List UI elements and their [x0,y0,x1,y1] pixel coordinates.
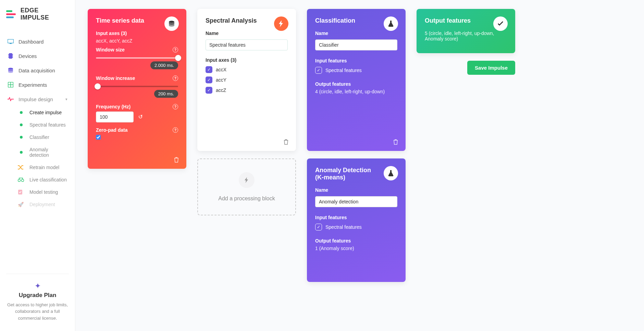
checkbox-icon[interactable]: ✓ [206,87,212,94]
brand-text: EDGE IMPULSE [21,7,69,21]
sub-item-retrain-model[interactable]: Retrain model [0,161,75,174]
dot-icon [20,123,23,126]
sparkle-icon: ✦ [6,282,69,291]
sub-label: Create impulse [29,110,62,115]
dot-icon [20,136,23,139]
sidebar-label: Dashboard [18,39,44,45]
brand-icon [6,10,17,18]
sub-item-anomaly-detection[interactable]: Anomaly detection [0,143,75,161]
sidebar-label: Experiments [18,82,47,88]
sub-label: Retrain model [29,165,59,170]
divider [6,274,69,274]
help-icon[interactable]: ? [173,104,178,109]
sub-item-create-impulse[interactable]: Create impulse [0,106,75,119]
svg-rect-3 [8,54,9,55]
window-size-slider[interactable] [96,57,178,59]
classifier-name-input[interactable] [315,39,397,50]
input-axes-value: accX, accY, accZ [96,38,178,44]
svg-rect-2 [9,53,12,59]
flask-icon [384,16,398,31]
checkbox-icon[interactable]: ✓ [206,76,212,83]
svg-rect-8 [12,57,13,58]
spectral-name-input[interactable] [206,39,288,50]
axis-row-accy[interactable]: ✓accY [206,76,288,83]
svg-rect-1 [10,43,12,44]
sidebar-label: Impulse design [18,96,53,102]
trash-icon[interactable] [393,139,398,145]
axis-label: accY [216,77,226,83]
name-label: Name [206,31,288,36]
axis-label: accZ [216,87,226,93]
slider-thumb[interactable] [175,55,181,61]
anomaly-name-input[interactable] [315,196,397,207]
window-increase-label: Window increase ? [96,75,178,81]
window-increase-value: 200 ms. [154,90,178,98]
window-increase-slider[interactable] [96,86,178,87]
add-processing-block[interactable]: Add a processing block [197,158,296,215]
add-processing-label: Add a processing block [218,196,275,202]
output-features-value: 1 (Anomaly score) [315,246,397,251]
upgrade-text: Get access to higher job limits, collabo… [6,302,69,322]
help-icon[interactable]: ? [173,47,178,52]
sub-label: Live classification [29,177,67,182]
flask-icon [384,166,398,180]
sidebar-item-data-acquisition[interactable]: Data acquisition [0,63,75,78]
axis-row-accz[interactable]: ✓accZ [206,87,288,94]
upgrade-panel: ✦ Upgrade Plan Get access to higher job … [0,277,75,331]
sub-item-model-testing[interactable]: Model testing [0,186,75,198]
sidebar-label: Devices [18,53,37,59]
grid-icon [8,82,14,88]
dot-icon [20,111,23,114]
check-icon [493,16,508,31]
monitor-icon [8,38,14,45]
sub-label: Spectral features [29,122,66,128]
input-axes-label: Input axes (3) [206,57,288,63]
sidebar-item-experiments[interactable]: Experiments [0,78,75,92]
slider-thumb[interactable] [95,83,101,90]
trash-icon[interactable] [284,139,288,145]
clipboard-icon [18,189,23,195]
bolt-icon [239,172,255,188]
input-features-label: Input features [315,58,397,63]
upgrade-title: Upgrade Plan [6,292,69,299]
sub-item-spectral-features[interactable]: Spectral features [0,119,75,131]
save-impulse-button[interactable]: Save Impulse [467,61,515,75]
sub-item-live-classification[interactable]: Live classification [0,174,75,186]
sidebar-item-impulse-design[interactable]: Impulse design ▾ [0,92,75,106]
sub-item-classifier[interactable]: Classifier [0,131,75,143]
brand-logo: EDGE IMPULSE [0,0,75,28]
sub-label: Anomaly detection [29,147,67,158]
svg-point-14 [22,179,24,182]
window-size-value: 2.000 ms. [150,61,178,69]
main-canvas: Time series data Input axes (3) accX, ac… [75,0,644,331]
reload-icon[interactable]: ↻ [138,114,143,120]
feature-label: Spectral features [325,68,362,73]
timeseries-card: Time series data Input axes (3) accX, ac… [88,9,186,169]
database-icon [8,67,14,73]
pulse-icon [8,96,14,102]
output-text: 5 (circle, idle, left-right, up-down, An… [425,31,507,42]
checkbox-icon[interactable]: ✓ [206,66,212,73]
checkbox-icon[interactable]: ✓ [315,67,322,74]
help-icon[interactable]: ? [173,75,178,81]
rocket-icon: 🚀 [18,202,24,207]
output-features-value: 4 (circle, idle, left-right, up-down) [315,89,397,94]
spectral-card: Spectral Analysis Name Input axes (3) ✓a… [197,9,296,151]
input-feature-row[interactable]: ✓Spectral features [315,67,397,74]
dot-icon [20,151,23,154]
axis-row-accx[interactable]: ✓accX [206,66,288,73]
help-icon[interactable]: ? [173,127,178,133]
sidebar-item-devices[interactable]: Devices [0,49,75,63]
zeropad-checkbox[interactable] [96,135,101,140]
sub-item-deployment[interactable]: 🚀 Deployment [0,198,75,211]
svg-point-13 [18,179,21,182]
checkbox-icon[interactable]: ✓ [315,224,322,230]
frequency-input[interactable] [96,111,134,122]
trash-icon[interactable] [174,157,179,163]
svg-rect-5 [8,57,9,58]
output-features-label: Output features [315,238,397,244]
sidebar-item-dashboard[interactable]: Dashboard [0,34,75,49]
name-label: Name [315,187,397,193]
input-feature-row[interactable]: ✓Spectral features [315,224,397,230]
shuffle-icon [18,165,23,170]
